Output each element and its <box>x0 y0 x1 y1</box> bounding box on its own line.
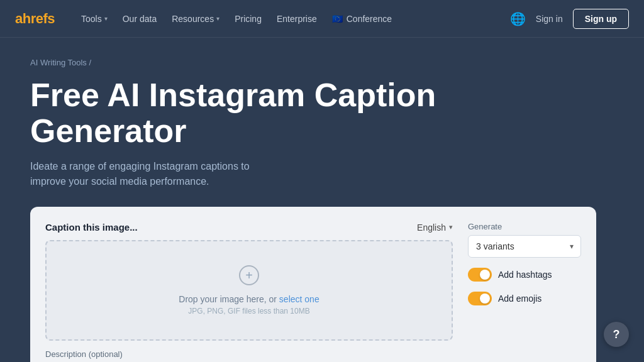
hashtags-label: Add hashtags <box>498 270 552 280</box>
emojis-label: Add emojis <box>498 293 541 304</box>
nav-item-enterprise[interactable]: Enterprise <box>270 10 323 28</box>
navigation: ahrefs Tools ▾ Our data Resources ▾ Pric… <box>0 0 644 38</box>
hashtags-toggle-row: Add hashtags <box>468 268 581 282</box>
variants-select[interactable]: 1 variant 2 variants 3 variants 4 varian… <box>468 235 581 258</box>
nav-actions: 🌐 Sign in Sign up <box>510 9 629 29</box>
page-subtitle: Ideate a range of engaging Instagram cap… <box>30 159 282 189</box>
right-panel: Generate 1 variant 2 variants 3 variants… <box>468 222 581 362</box>
breadcrumb-parent-link[interactable]: AI Writing Tools <box>30 58 87 67</box>
emojis-toggle-thumb <box>480 293 490 304</box>
flag-icon: 🇪🇺 <box>332 14 343 24</box>
sign-in-link[interactable]: Sign in <box>536 14 563 24</box>
nav-item-pricing[interactable]: Pricing <box>228 10 268 28</box>
sign-up-button[interactable]: Sign up <box>573 9 629 29</box>
language-value: English <box>417 222 446 233</box>
logo-text: hrefs <box>23 11 55 26</box>
drop-zone-text: Drop your image here, or select one <box>179 294 319 304</box>
language-selector[interactable]: English ▾ <box>417 222 453 233</box>
emojis-toggle-track <box>468 292 492 305</box>
logo-accent: a <box>15 11 23 26</box>
tool-card: Caption this image... English ▾ + Drop y… <box>30 207 596 362</box>
caption-label: Caption this image... <box>45 222 138 233</box>
nav-item-resources[interactable]: Resources ▾ <box>165 10 226 28</box>
chevron-down-icon: ▾ <box>104 15 108 22</box>
breadcrumb-separator: / <box>89 58 91 67</box>
logo[interactable]: ahrefs <box>15 11 55 27</box>
emojis-toggle-row: Add emojis <box>468 292 581 305</box>
hashtags-toggle-thumb <box>480 270 490 280</box>
globe-icon[interactable]: 🌐 <box>510 11 526 26</box>
nav-item-tools[interactable]: Tools ▾ <box>75 10 114 28</box>
chevron-down-icon: ▾ <box>449 223 453 231</box>
help-button[interactable]: ? <box>604 322 629 347</box>
variants-select-wrapper: 1 variant 2 variants 3 variants 4 varian… <box>468 235 581 258</box>
breadcrumb: AI Writing Tools / <box>30 58 614 67</box>
select-file-link[interactable]: select one <box>279 294 319 304</box>
page-title: Free AI Instagram Caption Generator <box>30 77 483 149</box>
description-label: Description (optional) <box>45 349 453 359</box>
hashtags-toggle-track <box>468 268 492 282</box>
nav-item-our-data[interactable]: Our data <box>116 10 163 28</box>
generate-label: Generate <box>468 222 581 231</box>
nav-links: Tools ▾ Our data Resources ▾ Pricing Ent… <box>75 10 510 28</box>
add-icon: + <box>239 265 259 285</box>
image-drop-zone[interactable]: + Drop your image here, or select one JP… <box>45 240 453 341</box>
left-panel: Caption this image... English ▾ + Drop y… <box>45 222 453 362</box>
main-content: AI Writing Tools / Free AI Instagram Cap… <box>0 38 644 362</box>
nav-item-conference[interactable]: 🇪🇺Conference <box>326 10 398 28</box>
drop-zone-hint: JPG, PNG, GIF files less than 10MB <box>188 307 309 315</box>
caption-header: Caption this image... English ▾ <box>45 222 453 233</box>
hashtags-toggle[interactable] <box>468 268 492 282</box>
generate-section: Generate 1 variant 2 variants 3 variants… <box>468 222 581 258</box>
emojis-toggle[interactable] <box>468 292 492 305</box>
chevron-down-icon: ▾ <box>216 15 219 22</box>
